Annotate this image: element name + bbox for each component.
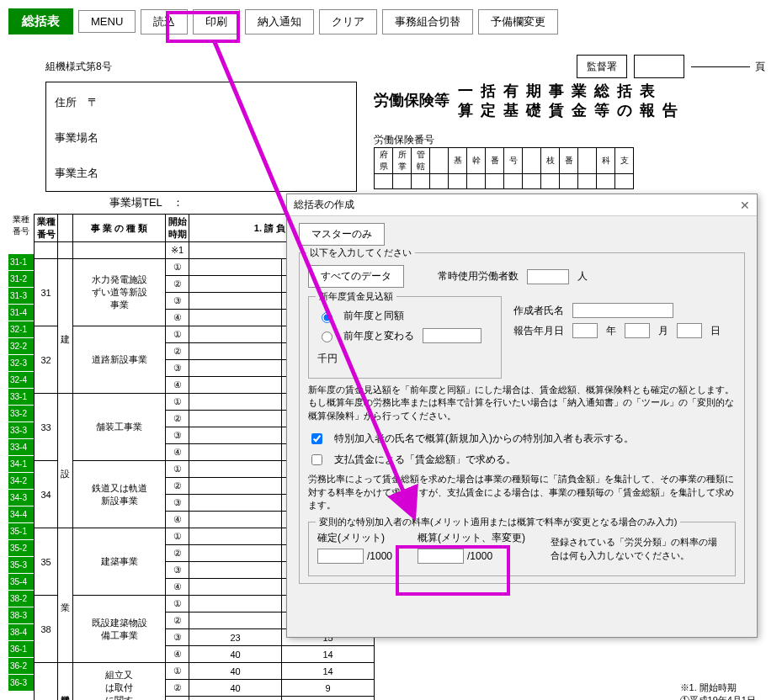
start-period: ② — [166, 478, 189, 495]
kakutei-unit: /1000 — [367, 550, 392, 562]
group-name: 組立又は取付に関す — [73, 663, 166, 701]
report-date-label: 報告年月日 — [513, 324, 564, 338]
grid-cell — [35, 242, 58, 259]
side-label: 33-3 — [8, 422, 34, 439]
grid-header — [58, 215, 73, 242]
grid-cell: 40 — [189, 663, 282, 680]
grid-cell — [189, 276, 282, 293]
radio-diff-label: 前年度と変わる — [343, 329, 414, 343]
grid-cell — [189, 310, 282, 326]
radio-same[interactable] — [322, 312, 332, 323]
grid-cell: 14 — [282, 646, 375, 663]
side-label: 31-2 — [8, 271, 34, 288]
side-label: 36-1 — [8, 641, 34, 658]
grid-cell — [189, 326, 282, 343]
grid-cell — [189, 528, 282, 545]
gaisan-input[interactable] — [418, 549, 464, 564]
hoken-value-cell — [541, 173, 560, 188]
grid-cell — [189, 478, 282, 495]
start-period: ① — [166, 461, 189, 478]
hoken-value-cell — [597, 173, 615, 188]
hoken-head-cell — [430, 147, 449, 173]
grid-cell — [189, 394, 282, 411]
start-period: ② — [166, 276, 189, 293]
chk-wagetotal[interactable] — [311, 454, 322, 465]
grid-cell: 7.5 — [282, 697, 375, 701]
reg-note: 登録されている「労災分類」の料率の場合は何も入力しないでください。 — [551, 536, 726, 562]
group-number: 34 — [35, 461, 58, 528]
side-label: 35-4 — [8, 574, 34, 591]
office-switch-button[interactable]: 事務組合切替 — [382, 9, 473, 34]
inspector-value — [634, 55, 684, 78]
side-label: 35-1 — [8, 523, 34, 540]
load-button[interactable]: 読込 — [141, 9, 188, 34]
side-label: 36-3 — [8, 675, 34, 692]
kakutei-label: 確定(メリット) — [317, 531, 392, 545]
grid-cell — [189, 612, 282, 629]
side-label: 31-1 — [8, 254, 34, 271]
hoken-head-cell: 所掌 — [393, 147, 412, 173]
grid-header: 事 業 の 種 類 — [73, 215, 166, 242]
chk-special[interactable] — [311, 433, 322, 444]
kakutei-input[interactable] — [317, 549, 364, 564]
side-label: 32-4 — [8, 372, 34, 389]
workers-label: 常時使用労働者数 — [438, 269, 519, 284]
day-input[interactable] — [677, 323, 702, 338]
radio-diff[interactable] — [322, 331, 332, 342]
hoken-head-cell: 号 — [504, 147, 523, 173]
footnote-line1: ※1. 開始時期 — [680, 681, 765, 694]
start-period: ① — [166, 528, 189, 545]
start-period: ② — [166, 612, 189, 629]
wage-unit: 千円 — [317, 352, 338, 366]
summary-title-button[interactable]: 総括表 — [8, 8, 73, 34]
hoken-value-cell — [504, 173, 523, 188]
master-only-button[interactable]: マスターのみ — [299, 223, 385, 246]
group-name: 水力発電施設ずい道等新設事業 — [73, 259, 166, 326]
all-data-button[interactable]: すべてのデータ — [308, 265, 404, 288]
menu-button[interactable]: MENU — [78, 10, 136, 33]
spare-column-button[interactable]: 予備欄変更 — [478, 9, 558, 34]
hoken-head-cell: 番 — [560, 147, 578, 173]
workers-input[interactable] — [527, 269, 569, 284]
side-label: 34-3 — [8, 490, 34, 506]
start-period: ① — [166, 596, 189, 612]
group-name: 道路新設事業 — [73, 326, 166, 394]
irregular-rate-legend: 変則的な特別加入者の料率(メリット適用または概算で料率が変更となる場合のみ入力) — [316, 516, 680, 528]
side-label: 38-2 — [8, 591, 34, 607]
print-button[interactable]: 印刷 — [193, 9, 240, 34]
hoken-value-cell — [449, 173, 467, 188]
hoken-head-cell: 府県 — [375, 147, 393, 173]
create-summary-dialog: 総括表の作成 ✕ マスターのみ 以下を入力してください すべてのデータ 常時使用… — [286, 194, 758, 638]
note2: 労務比率によって賃金総額を求めた場合は事業の種類毎に「請負金額」を集計して、その… — [308, 473, 736, 512]
delivery-notice-button[interactable]: 納入通知 — [245, 9, 314, 34]
month-input[interactable] — [625, 323, 650, 338]
vertical-group: 機械装 — [58, 663, 73, 701]
title-line2: 算 定 基 礎 賃 金 等 の 報 告 — [458, 102, 679, 119]
close-icon[interactable]: ✕ — [740, 199, 750, 212]
hoken-head-cell: 基 — [449, 147, 467, 173]
side-label: 31-3 — [8, 288, 34, 305]
year-input[interactable] — [572, 323, 598, 338]
place-label: 事業場名 — [55, 130, 348, 146]
creator-input[interactable] — [572, 303, 673, 318]
grid-cell — [189, 343, 282, 360]
grid-cell — [189, 293, 282, 310]
grid-cell: 40 — [189, 680, 282, 697]
grid-cell — [58, 242, 73, 259]
clear-button[interactable]: クリア — [319, 9, 377, 34]
input-legend: 以下を入力してください — [306, 247, 415, 259]
hoken-head-cell: 番 — [486, 147, 504, 173]
group-number: 33 — [35, 394, 58, 461]
start-period: ④ — [166, 512, 189, 528]
start-period: ④ — [166, 444, 189, 461]
month-unit: 月 — [658, 324, 668, 338]
grid-cell — [189, 495, 282, 512]
group-name: 舗装工事業 — [73, 394, 166, 461]
start-period: ③ — [166, 293, 189, 310]
wage-amount-input[interactable] — [423, 328, 481, 343]
address-label: 住所 〒 — [55, 95, 348, 110]
group-number: 35 — [35, 528, 58, 596]
side-header: 業種 番号 — [8, 214, 34, 254]
start-period: ③ — [166, 495, 189, 512]
hoken-head-cell: 幹 — [467, 147, 486, 173]
